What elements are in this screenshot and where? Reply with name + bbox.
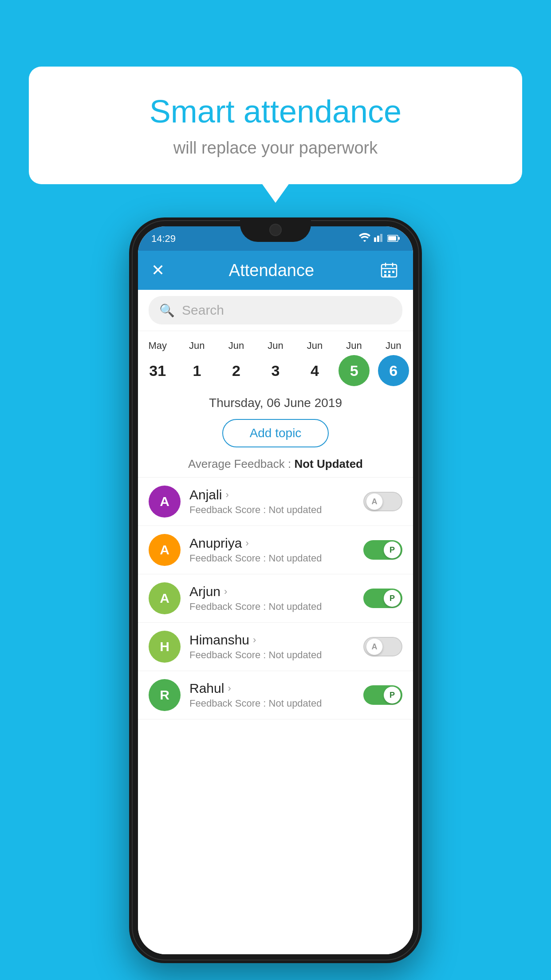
day-number: 6 xyxy=(378,355,409,386)
chevron-icon: › xyxy=(228,683,231,694)
feedback-value: Not Updated xyxy=(294,457,363,470)
svg-rect-11 xyxy=(388,271,390,273)
attendance-toggle[interactable]: P xyxy=(363,685,402,705)
calendar-date-item[interactable]: Jun3 xyxy=(256,340,294,386)
calendar-date-item[interactable]: Jun2 xyxy=(217,340,255,386)
calendar-date-item[interactable]: Jun1 xyxy=(178,340,216,386)
student-item: HHimanshu ›Feedback Score : Not updatedA xyxy=(138,623,413,671)
student-info: Anupriya ›Feedback Score : Not updated xyxy=(189,536,354,564)
day-number: 4 xyxy=(299,355,331,386)
add-topic-button[interactable]: Add topic xyxy=(222,419,329,447)
feedback-score: Feedback Score : Not updated xyxy=(189,698,354,709)
student-info: Rahul ›Feedback Score : Not updated xyxy=(189,681,354,709)
toggle-knob: P xyxy=(384,687,401,703)
feedback-score: Feedback Score : Not updated xyxy=(189,649,354,661)
status-icons xyxy=(359,233,400,245)
close-button[interactable]: ✕ xyxy=(151,261,165,280)
svg-rect-1 xyxy=(377,236,379,242)
student-item: RRahul ›Feedback Score : Not updatedP xyxy=(138,671,413,719)
app-content: 14:29 xyxy=(138,226,413,954)
student-item: AArjun ›Feedback Score : Not updatedP xyxy=(138,574,413,623)
chevron-icon: › xyxy=(253,634,256,646)
phone-notch xyxy=(240,217,311,242)
selected-date: Thursday, 06 June 2019 xyxy=(138,386,413,415)
student-item: AAnupriya ›Feedback Score : Not updatedP xyxy=(138,526,413,574)
chevron-icon: › xyxy=(245,537,248,549)
calendar-button[interactable] xyxy=(378,260,400,281)
avatar: A xyxy=(149,486,181,518)
bubble-subtitle: will replace your paperwork xyxy=(64,138,487,158)
student-list: AAnjali ›Feedback Score : Not updatedAAA… xyxy=(138,478,413,954)
student-name[interactable]: Arjun › xyxy=(189,584,354,599)
month-label: Jun xyxy=(307,340,323,352)
month-label: Jun xyxy=(228,340,244,352)
feedback-label: Average Feedback : xyxy=(188,457,291,470)
student-item: AAnjali ›Feedback Score : Not updatedA xyxy=(138,478,413,526)
student-info: Himanshu ›Feedback Score : Not updated xyxy=(189,632,354,661)
calendar-date-item[interactable]: Jun5 xyxy=(335,340,373,386)
attendance-toggle[interactable]: A xyxy=(363,637,402,656)
battery-icon xyxy=(387,233,400,245)
calendar-date-item[interactable]: Jun6 xyxy=(374,340,412,386)
student-info: Anjali ›Feedback Score : Not updated xyxy=(189,487,354,516)
search-bar[interactable]: 🔍 Search xyxy=(149,296,402,324)
student-info: Arjun ›Feedback Score : Not updated xyxy=(189,584,354,612)
phone-container: 14:29 xyxy=(129,217,422,963)
svg-rect-13 xyxy=(384,274,386,277)
svg-rect-0 xyxy=(374,237,376,242)
search-icon: 🔍 xyxy=(159,303,175,318)
attendance-toggle[interactable]: P xyxy=(363,589,402,608)
header-title: Attendance xyxy=(229,261,314,280)
feedback-score: Feedback Score : Not updated xyxy=(189,504,354,516)
add-topic-container: Add topic xyxy=(138,415,413,454)
month-label: Jun xyxy=(268,340,283,352)
wifi-icon xyxy=(359,233,370,245)
svg-rect-4 xyxy=(398,237,400,240)
chevron-icon: › xyxy=(225,489,228,501)
toggle-knob: P xyxy=(384,541,401,558)
speech-bubble: Smart attendance will replace your paper… xyxy=(29,67,522,184)
calendar-date-item[interactable]: May31 xyxy=(139,340,177,386)
student-name[interactable]: Anjali › xyxy=(189,487,354,502)
toggle-knob: A xyxy=(366,493,383,510)
student-name[interactable]: Rahul › xyxy=(189,681,354,696)
attendance-toggle[interactable]: P xyxy=(363,540,402,560)
calendar-strip: May31Jun1Jun2Jun3Jun4Jun5Jun6 xyxy=(138,331,413,386)
month-label: Jun xyxy=(346,340,362,352)
day-number: 31 xyxy=(142,355,173,386)
avatar: A xyxy=(149,534,181,566)
search-container: 🔍 Search xyxy=(138,290,413,331)
phone-screen: 14:29 xyxy=(138,226,413,954)
svg-rect-2 xyxy=(380,234,382,242)
app-header: ✕ Attendance xyxy=(138,251,413,290)
signal-icon xyxy=(374,233,384,245)
attendance-toggle[interactable]: A xyxy=(363,492,402,511)
speech-bubble-container: Smart attendance will replace your paper… xyxy=(29,67,522,184)
day-number: 5 xyxy=(338,355,370,386)
avatar: H xyxy=(149,631,181,663)
day-number: 1 xyxy=(181,355,213,386)
status-time: 14:29 xyxy=(151,233,176,245)
day-number: 3 xyxy=(260,355,291,386)
month-label: Jun xyxy=(189,340,205,352)
svg-rect-10 xyxy=(384,271,386,273)
svg-rect-12 xyxy=(392,271,394,273)
toggle-knob: P xyxy=(384,590,401,607)
calendar-date-item[interactable]: Jun4 xyxy=(296,340,334,386)
search-placeholder: Search xyxy=(182,303,224,318)
feedback-info: Average Feedback : Not Updated xyxy=(138,454,413,478)
feedback-score: Feedback Score : Not updated xyxy=(189,553,354,564)
bubble-title: Smart attendance xyxy=(64,93,487,130)
student-name[interactable]: Anupriya › xyxy=(189,536,354,551)
toggle-knob: A xyxy=(366,638,383,655)
month-label: May xyxy=(149,340,167,352)
day-number: 2 xyxy=(220,355,252,386)
chevron-icon: › xyxy=(224,586,227,597)
svg-rect-14 xyxy=(388,274,390,277)
avatar: R xyxy=(149,679,181,711)
student-name[interactable]: Himanshu › xyxy=(189,632,354,648)
month-label: Jun xyxy=(386,340,401,352)
svg-rect-5 xyxy=(388,236,396,241)
front-camera xyxy=(269,224,282,236)
phone-frame: 14:29 xyxy=(129,217,422,963)
